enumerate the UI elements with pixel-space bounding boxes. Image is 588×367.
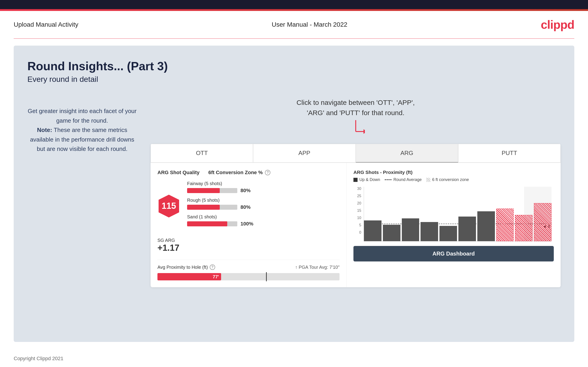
header-divider — [14, 38, 574, 39]
y-label-20: 20 — [354, 201, 363, 205]
sg-value: +1.17 — [157, 243, 339, 253]
y-label-15: 15 — [354, 209, 363, 213]
bar-group-10 — [534, 187, 552, 241]
y-label-30: 30 — [354, 187, 363, 191]
hexagon-value: 115 — [162, 201, 176, 211]
nav-hint-arrow — [346, 120, 365, 139]
shot-row-rough: Rough (5 shots) 80% — [187, 198, 339, 210]
bar-3a — [402, 218, 419, 241]
hexagon: 115 — [157, 193, 180, 219]
section-title: Round Insights... (Part 3) — [27, 59, 561, 73]
bar-6a — [458, 217, 476, 241]
copyright: Copyright Clippd 2021 — [14, 356, 63, 361]
rough-pct: 80% — [241, 204, 251, 210]
fairway-pct: 80% — [241, 188, 251, 193]
bar-10a — [534, 203, 552, 241]
bar-8a — [496, 209, 514, 241]
sand-bar-fill — [187, 221, 227, 226]
legend-up-down-label: Up & Down — [359, 177, 380, 182]
tab-app[interactable]: APP — [253, 144, 355, 163]
left-panel: Get greater insight into each facet of y… — [27, 97, 137, 154]
accent-bar — [0, 9, 588, 11]
bar-1a — [364, 220, 381, 241]
bar-2a — [383, 225, 400, 241]
fairway-label: Fairway (5 shots) — [187, 181, 339, 186]
header: Upload Manual Activity User Manual - Mar… — [0, 11, 588, 38]
bar-4a — [421, 222, 438, 241]
top-bar — [0, 0, 588, 9]
bar-group-6 — [458, 187, 476, 241]
legend-up-down: Up & Down — [354, 177, 380, 182]
rough-bar-bg — [187, 205, 237, 210]
legend-hatch-box — [426, 178, 430, 182]
nav-hint-line2: 'ARG' and 'PUTT' for that round. — [307, 109, 404, 117]
main-content: Round Insights... (Part 3) Every round i… — [14, 46, 574, 342]
shot-quality-header: ARG Shot Quality 6ft Conversion Zone % ? — [157, 170, 339, 175]
insight-note-label: Note: — [37, 126, 52, 133]
sg-section: SG ARG +1.17 — [157, 238, 339, 253]
dashboard-panel: OTT APP ARG PUTT ARG Shot Quality 6ft Co… — [151, 144, 561, 287]
proximity-bar-fill: 77' — [157, 273, 221, 280]
tab-arg[interactable]: ARG — [356, 144, 458, 163]
bar-group-7 — [477, 187, 495, 241]
shot-row-sand: Sand (1 shots) 100% — [187, 214, 339, 227]
tabs: OTT APP ARG PUTT — [151, 144, 561, 163]
bar-9a — [515, 215, 533, 241]
tab-putt[interactable]: PUTT — [458, 144, 561, 163]
shot-quality-section: ARG Shot Quality 6ft Conversion Zone % ? — [151, 163, 346, 287]
proximity-help-icon[interactable]: ? — [210, 264, 215, 270]
sg-label: SG ARG — [157, 238, 339, 243]
content-area: Get greater insight into each facet of y… — [27, 97, 561, 287]
proximity-header: Avg Proximity to Hole (ft) ? ↑ PGA Tour … — [157, 264, 339, 270]
chart-title: ARG Shots - Proximity (ft) — [354, 170, 554, 175]
right-area: Click to navigate between 'OTT', 'APP', … — [151, 97, 561, 287]
conversion-label: 6ft Conversion Zone % — [208, 170, 263, 175]
rough-bar-container: 80% — [187, 204, 339, 210]
bar-group-1 — [364, 187, 381, 241]
fairway-bar-fill — [187, 188, 220, 193]
bar-group-4 — [421, 187, 438, 241]
proximity-section: Avg Proximity to Hole (ft) ? ↑ PGA Tour … — [157, 260, 339, 280]
sand-pct: 100% — [241, 221, 253, 227]
chart-section: ARG Shots - Proximity (ft) Up & Down Rou… — [346, 163, 561, 287]
help-icon[interactable]: ? — [265, 170, 270, 175]
bar-group-5 — [440, 187, 457, 241]
shot-bars: Fairway (5 shots) 80% Rou — [187, 181, 339, 231]
chart-bars — [364, 187, 552, 242]
insight-part1: Get greater insight into each facet of y… — [28, 108, 137, 124]
shot-row-fairway: Fairway (5 shots) 80% — [187, 181, 339, 193]
sand-bar-container: 100% — [187, 221, 339, 227]
legend-conversion-zone: 6 ft conversion zone — [426, 177, 469, 182]
insight-text: Get greater insight into each facet of y… — [27, 107, 137, 154]
proximity-label: Avg Proximity to Hole (ft) ? — [157, 264, 215, 270]
svg-marker-2 — [363, 129, 365, 134]
legend-conversion-zone-label: 6 ft conversion zone — [432, 177, 469, 182]
y-label-0: 0 — [354, 230, 363, 234]
y-label-25: 25 — [354, 194, 363, 198]
manual-title: User Manual - March 2022 — [272, 21, 347, 28]
bar-5a — [440, 226, 457, 241]
y-label-5: 5 — [354, 223, 363, 227]
y-axis: 0 5 10 15 20 25 30 — [354, 187, 363, 234]
pga-avg: ↑ PGA Tour Avg: 7'10" — [295, 265, 339, 270]
logo: clippd — [541, 18, 574, 32]
fairway-bar-bg — [187, 188, 237, 193]
section-subtitle: Every round in detail — [27, 75, 561, 84]
panel-body: ARG Shot Quality 6ft Conversion Zone % ? — [151, 163, 561, 287]
sand-bar-bg — [187, 221, 237, 226]
bar-group-8 — [496, 187, 514, 241]
arg-dashboard-btn[interactable]: ARG Dashboard — [354, 246, 554, 261]
proximity-bar-bg: 77' — [157, 273, 339, 280]
rough-bar-fill — [187, 205, 220, 210]
fairway-bar-container: 80% — [187, 188, 339, 193]
tab-ott[interactable]: OTT — [151, 144, 253, 163]
footer: Copyright Clippd 2021 — [0, 349, 588, 367]
bar-group-9 — [515, 187, 533, 241]
legend-round-avg-label: Round Average — [393, 177, 422, 182]
proximity-cursor — [266, 272, 267, 281]
rough-label: Rough (5 shots) — [187, 198, 339, 203]
legend-dashed-line — [385, 179, 391, 180]
y-label-10: 10 — [354, 216, 363, 220]
legend-round-avg: Round Average — [385, 177, 422, 182]
proximity-value: 77' — [213, 274, 219, 279]
